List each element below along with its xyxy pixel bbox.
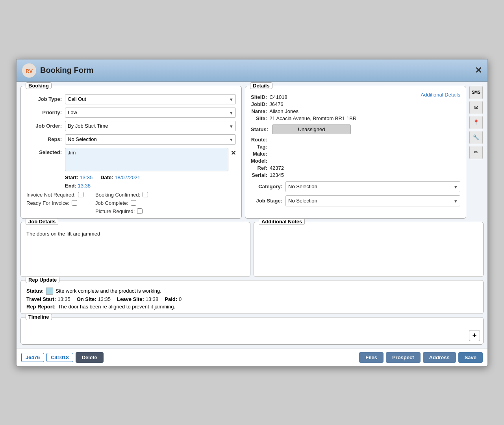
picture-required-checkbox[interactable] [137,208,143,214]
rep-report-label: Rep Report: [26,304,56,310]
end-value: 13:38 [78,183,91,189]
serial-value: 12345 [270,172,460,178]
rep-status-label: Status: [26,288,44,294]
booking-confirmed-item: Booking Confirmed: [95,192,148,198]
booking-panel-label: Booking [26,82,52,89]
priority-select[interactable]: Low Medium High [65,108,236,118]
rep-report-value: The door has been re aligned to prevent … [58,304,175,310]
delete-button[interactable]: Delete [76,352,104,363]
details-panel-label: Details [250,82,272,89]
name-key: Name: [251,108,267,114]
status-row: Status: Unassigned [251,124,460,134]
prospect-button[interactable]: Prospect [386,352,421,363]
invoice-not-required-label: Invoice Not Required: [26,192,76,198]
model-value [270,158,460,164]
status-color-indicator [46,288,53,295]
route-value [270,137,460,143]
job-type-select-wrapper: Call Out Planned Emergency [65,94,236,104]
detail-header-row: SiteID: C41018 JobID: J6476 Name: Alison… [251,92,460,121]
job-order-row: Job Order: By Job Start Time By Priority… [26,121,236,131]
checkboxes-section: Invoice Not Required: Ready For Invoice:… [26,192,236,214]
job-details-content: The doors on the lift are jammed [26,231,245,237]
timeline-panel-label: Timeline [26,314,52,320]
category-select[interactable]: No Selection [285,181,460,192]
category-select-wrapper: No Selection [285,181,460,192]
reps-row: Reps: No Selection [26,134,236,145]
booking-confirmed-label: Booking Confirmed: [95,192,140,198]
job-type-select[interactable]: Call Out Planned Emergency [65,94,236,104]
details-grid: SiteID: C41018 JobID: J6476 Name: Alison… [251,94,356,121]
end-row: End: 13:38 [65,183,236,189]
picture-required-label: Picture Required: [95,208,135,214]
selected-textarea[interactable]: Jim [65,148,228,171]
job-stage-row: Job Stage: No Selection [251,195,460,206]
close-button[interactable]: ✕ [475,66,482,75]
job-stage-label: Job Stage: [251,198,282,204]
travel-start-item: Travel Start: 13:35 [26,296,70,302]
rep-update-panel-label: Rep Update [26,277,59,283]
footer-tags: J6476 C41018 Delete [21,352,104,363]
location-icon: 📍 [473,119,479,125]
ready-for-invoice-checkbox[interactable] [72,200,77,206]
status-key: Status: [251,126,268,132]
on-site-value: 13:35 [98,296,111,302]
sms-icon-button[interactable]: SMS [469,86,483,99]
save-button[interactable]: Save [458,352,483,363]
leave-site-item: Leave Site: 13:38 [117,296,158,302]
travel-start-label: Travel Start: [26,296,56,302]
rep-times-row: Travel Start: 13:35 On Site: 13:35 Leave… [26,296,478,302]
start-date-row: Start: 13:35 Date: 18/07/2021 [65,174,236,180]
start-label: Start: 13:35 [65,174,93,180]
booking-confirmed-checkbox[interactable] [143,192,148,197]
start-value: 13:35 [80,174,93,180]
ref-value: 42372 [270,165,460,171]
modal-title: Booking Form [40,66,94,75]
reps-label: Reps: [26,136,62,142]
email-icon-button[interactable]: ✉ [469,101,483,114]
timeline-add-button[interactable]: + [469,330,480,341]
wrench-icon: 🔧 [473,134,479,140]
files-button[interactable]: Files [359,352,384,363]
location-icon-button[interactable]: 📍 [469,116,483,129]
job-stage-select[interactable]: No Selection [285,195,460,206]
tag-key: Tag: [251,144,267,150]
invoice-not-required-checkbox[interactable] [78,192,83,197]
reps-select-wrapper: No Selection [65,134,236,145]
date-value: 18/07/2021 [115,174,140,180]
job-order-select[interactable]: By Job Start Time By Priority Manual [65,121,236,131]
job-id-tag[interactable]: J6476 [21,353,44,362]
edit-icon-button[interactable]: ✏ [469,146,483,159]
make-key: Make: [251,151,267,157]
sms-icon: SMS [472,90,480,95]
site-id-tag[interactable]: C41018 [46,353,73,362]
additional-details-link[interactable]: Additional Details [421,92,460,98]
additional-notes-panel: Additional Notes [254,222,484,277]
site-id-value: C41018 [269,94,356,100]
site-key: Site: [251,115,267,121]
clear-selected-button[interactable]: ✕ [231,148,236,157]
address-button[interactable]: Address [423,352,456,363]
selected-row: Selected: Jim ✕ [26,148,236,171]
details-grid-2: Route: Tag: Make: Model: Ref: 42372 Seri… [251,137,460,178]
job-complete-checkbox[interactable] [131,200,136,206]
paid-value: 0 [179,296,182,302]
wrench-icon-button[interactable]: 🔧 [469,131,483,144]
job-id-value: J6476 [269,101,356,107]
job-details-panel-label: Job Details [26,218,58,225]
rep-update-panel: Rep Update Status: Site work complete an… [20,280,484,314]
job-stage-select-wrapper: No Selection [285,195,460,206]
middle-row: Job Details The doors on the lift are ja… [20,222,484,277]
model-key: Model: [251,158,267,164]
selected-label: Selected: [26,148,62,155]
invoice-not-required-item: Invoice Not Required: [26,192,83,198]
reps-select[interactable]: No Selection [65,134,236,145]
paid-label: Paid: [165,296,177,302]
status-button[interactable]: Unassigned [272,124,351,134]
app-logo: RV [22,63,36,78]
timeline-panel: Timeline + [20,317,484,345]
modal-body: Booking Job Type: Call Out Planned Emerg… [17,82,487,349]
svg-text:RV: RV [26,68,33,74]
category-label: Category: [251,184,282,189]
date-section: Date: 18/07/2021 [100,174,140,180]
job-complete-label: Job Complete: [95,200,128,206]
